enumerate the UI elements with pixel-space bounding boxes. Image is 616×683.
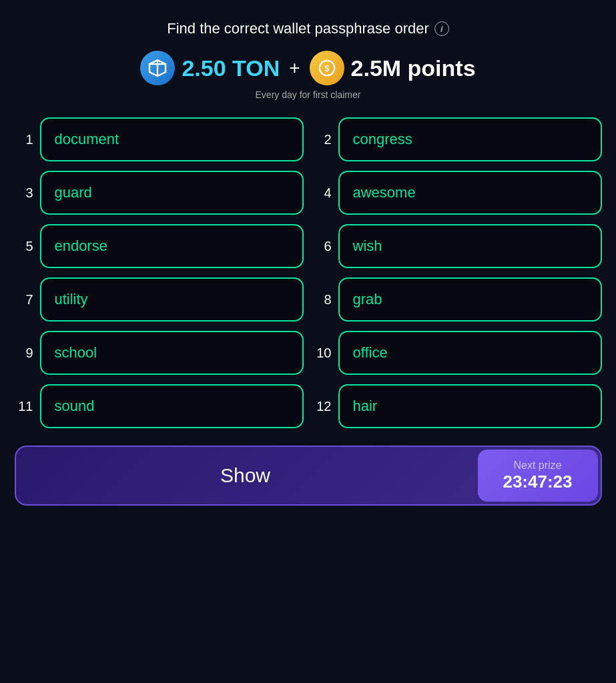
word-number: 3 xyxy=(15,185,33,201)
word-item[interactable]: 7utility xyxy=(15,277,304,321)
word-box[interactable]: grab xyxy=(338,277,602,321)
points-reward: $ 2.5M points xyxy=(310,51,476,85)
word-number: 5 xyxy=(15,239,33,254)
word-item[interactable]: 11sound xyxy=(15,384,304,428)
word-box[interactable]: awesome xyxy=(338,171,602,215)
word-box[interactable]: utility xyxy=(40,277,304,321)
countdown-timer: 23:47:23 xyxy=(503,472,572,492)
word-item[interactable]: 9school xyxy=(15,331,304,375)
ton-reward: 2.50 TON xyxy=(140,51,280,85)
coin-icon: $ xyxy=(310,51,344,85)
word-box[interactable]: document xyxy=(40,117,304,161)
word-item[interactable]: 3guard xyxy=(15,171,304,215)
next-prize-panel: Next prize 23:47:23 xyxy=(478,450,598,502)
word-number: 6 xyxy=(313,239,332,254)
word-number: 11 xyxy=(15,399,33,414)
word-number: 10 xyxy=(313,346,332,361)
word-box[interactable]: guard xyxy=(40,171,304,215)
header-title: Find the correct wallet passphrase order… xyxy=(167,20,449,37)
word-number: 2 xyxy=(313,132,332,147)
word-box[interactable]: school xyxy=(40,331,304,375)
main-container: Find the correct wallet passphrase order… xyxy=(15,13,602,506)
word-item[interactable]: 1document xyxy=(15,117,304,161)
word-item[interactable]: 4awesome xyxy=(313,171,602,215)
word-box[interactable]: congress xyxy=(338,117,602,161)
show-label: Show xyxy=(220,464,270,487)
word-box[interactable]: hair xyxy=(338,384,602,428)
word-box[interactable]: endorse xyxy=(40,224,304,268)
word-number: 8 xyxy=(313,292,332,307)
word-number: 12 xyxy=(313,399,332,414)
svg-text:$: $ xyxy=(324,64,329,73)
word-number: 9 xyxy=(15,346,33,361)
word-number: 1 xyxy=(15,132,33,147)
subtitle: Every day for first claimer xyxy=(256,89,361,100)
info-icon[interactable]: i xyxy=(434,21,449,36)
rewards-row: 2.50 TON + $ 2.5M points xyxy=(140,51,475,85)
word-item[interactable]: 12hair xyxy=(313,384,602,428)
word-item[interactable]: 6wish xyxy=(313,224,602,268)
show-button[interactable]: Show xyxy=(16,447,475,504)
word-number: 7 xyxy=(15,292,33,307)
word-item[interactable]: 10office xyxy=(313,331,602,375)
word-item[interactable]: 2congress xyxy=(313,117,602,161)
word-box[interactable]: office xyxy=(338,331,602,375)
points-amount: 2.5M points xyxy=(351,55,476,81)
word-box[interactable]: sound xyxy=(40,384,304,428)
words-grid: 1document2congress3guard4awesome5endorse… xyxy=(15,117,602,428)
bottom-bar: Show Next prize 23:47:23 xyxy=(15,446,602,506)
word-item[interactable]: 8grab xyxy=(313,277,602,321)
word-number: 4 xyxy=(313,185,332,201)
word-box[interactable]: wish xyxy=(338,224,602,268)
next-prize-label: Next prize xyxy=(513,460,561,472)
ton-icon xyxy=(140,51,175,85)
ton-amount: 2.50 TON xyxy=(182,55,280,81)
title-text: Find the correct wallet passphrase order xyxy=(167,20,429,37)
word-item[interactable]: 5endorse xyxy=(15,224,304,268)
plus-sign: + xyxy=(289,57,300,79)
